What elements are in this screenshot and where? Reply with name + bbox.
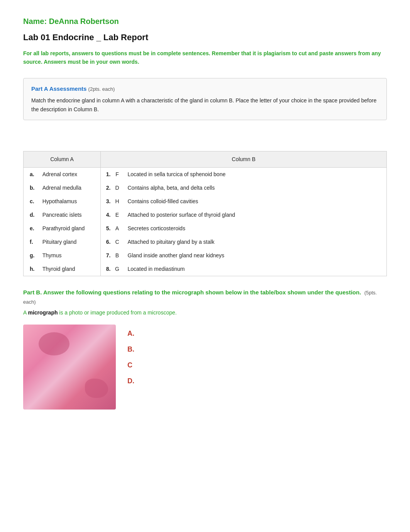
col-a-letter: b. [24,181,39,195]
spacer [23,128,387,151]
col-b-num: 5. [101,222,112,235]
col-b-answer: B [112,249,124,262]
table-row: c. Hypothalamus 3. H Contains colloid-fi… [24,195,387,208]
col-b-desc: Secretes corticosteroids [124,222,387,235]
micrograph-label-item: A. [127,328,134,339]
col-a-name: Adrenal cortex [39,168,101,182]
col-a-letter: a. [24,168,39,182]
col-b-num: 3. [101,195,112,208]
col-b-num: 7. [101,249,112,262]
col-b-num: 6. [101,235,112,249]
column-b-header: Column B [101,151,387,168]
micrograph-section: A.B.CD. [23,325,387,410]
col-a-name: Parathyroid gland [39,222,101,235]
matching-table: Column A Column B a. Adrenal cortex 1. F… [23,151,387,276]
col-b-num: 2. [101,181,112,195]
col-b-desc: Contains alpha, beta, and delta cells [124,181,387,195]
table-row: f. Pituitary gland 6. C Attached to pitu… [24,235,387,249]
col-b-answer: F [112,168,124,182]
micrograph-intro: A micrograph is a photo or image produce… [23,309,387,317]
lab-title: Lab 01 Endocrine _ Lab Report [23,31,387,44]
col-b-num: 1. [101,168,112,182]
micrograph-label-item: D. [127,376,134,386]
micrograph-labels: A.B.CD. [127,325,134,386]
instructions-text: For all lab reports, answers to question… [23,49,387,66]
col-a-letter: g. [24,249,39,262]
part-b-heading: Part B. Answer the following questions r… [23,288,387,306]
part-a-points: (2pts. each) [88,86,115,92]
micrograph-label-item: C [127,360,134,371]
col-b-desc: Attached to pituitary gland by a stalk [124,235,387,249]
part-a-description: Match the endocrine gland in column A wi… [31,96,379,114]
col-a-letter: c. [24,195,39,208]
part-a-title: Part A Assessments (2pts. each) [31,85,379,93]
table-row: e. Parathyroid gland 5. A Secretes corti… [24,222,387,235]
part-a-box: Part A Assessments (2pts. each) Match th… [23,78,387,120]
col-b-num: 8. [101,262,112,276]
col-b-answer: D [112,181,124,195]
col-a-letter: d. [24,208,39,222]
student-name: Name: DeAnna Robertson [23,15,387,27]
col-b-answer: C [112,235,124,249]
col-b-num: 4. [101,208,112,222]
micrograph-label-item: B. [127,344,134,355]
col-b-desc: Located in mediastinum [124,262,387,276]
col-b-desc: Attached to posterior surface of thyroid… [124,208,387,222]
table-row: a. Adrenal cortex 1. F Located in sella … [24,168,387,182]
micrograph-image [23,325,116,410]
col-a-name: Pituitary gland [39,235,101,249]
col-b-desc: Located in sella turcica of sphenoid bon… [124,168,387,182]
col-a-letter: f. [24,235,39,249]
col-a-name: Thymus [39,249,101,262]
col-b-desc: Contains colloid-filled cavities [124,195,387,208]
col-a-name: Hypothalamus [39,195,101,208]
table-row: g. Thymus 7. B Gland inside another glan… [24,249,387,262]
col-a-letter: e. [24,222,39,235]
col-b-answer: H [112,195,124,208]
col-b-answer: G [112,262,124,276]
col-a-name: Pancreatic islets [39,208,101,222]
table-row: b. Adrenal medulla 2. D Contains alpha, … [24,181,387,195]
table-row: h. Thyroid gland 8. G Located in mediast… [24,262,387,276]
part-a-label: Part A Assessments [31,85,86,92]
col-a-name: Thyroid gland [39,262,101,276]
table-row: d. Pancreatic islets 4. E Attached to po… [24,208,387,222]
col-b-desc: Gland inside another gland near kidneys [124,249,387,262]
col-a-letter: h. [24,262,39,276]
col-b-answer: E [112,208,124,222]
column-a-header: Column A [24,151,101,168]
col-a-name: Adrenal medulla [39,181,101,195]
col-b-answer: A [112,222,124,235]
